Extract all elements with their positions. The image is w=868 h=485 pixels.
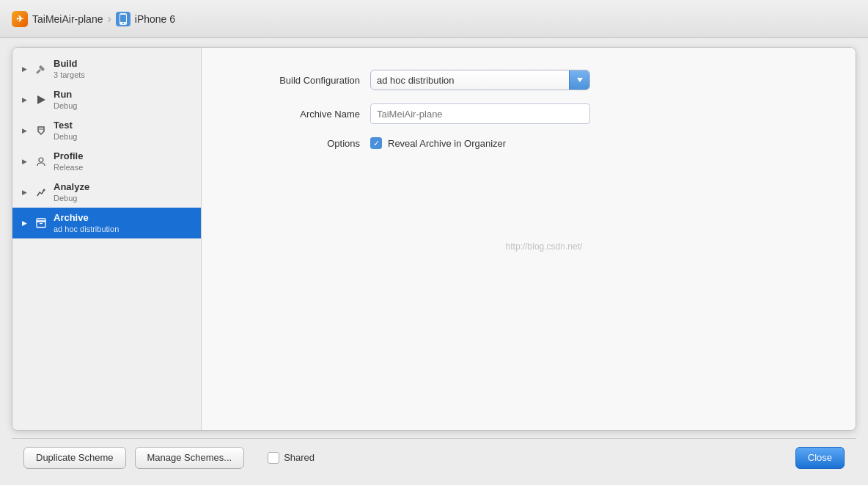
run-subtitle: Debug [54,101,77,111]
profile-title: Profile [54,150,83,163]
main-area: ▶ Build 3 targets ▶ [0,38,868,485]
run-title: Run [54,89,77,101]
archive-subtitle: ad hoc distribution [54,225,119,234]
shared-checkbox[interactable] [268,452,279,464]
test-item-text: Test Debug [54,120,77,142]
build-item-text: Build 3 targets [54,58,85,80]
bottom-left: Duplicate Scheme Manage Schemes... Share… [23,447,795,469]
svg-marker-12 [577,78,583,82]
svg-rect-10 [37,219,45,222]
sidebar-arrow-archive: ▶ [20,219,29,227]
title-bar: ✈ TaiMeiAir-plane › iPhone 6 [0,0,868,38]
build-config-label: Build Configuration [246,75,370,86]
sidebar-item-test[interactable]: ▶ Test Debug [12,115,201,146]
shared-row: Shared [268,452,315,464]
sidebar-arrow-run: ▶ [20,95,29,104]
test-subtitle: Debug [54,132,77,142]
svg-marker-5 [37,95,45,104]
archive-name-row: Archive Name [246,103,812,124]
shared-label: Shared [284,452,315,463]
profile-icon [34,155,48,168]
bottom-right: Close [795,447,845,469]
sidebar-arrow-analyze: ▶ [20,188,29,197]
build-title: Build [54,58,85,70]
reveal-archive-label: Reveal Archive in Organizer [388,138,506,149]
test-icon [34,124,48,137]
svg-point-2 [122,23,124,24]
archive-name-label: Archive Name [246,109,370,120]
sidebar-arrow-build: ▶ [20,65,29,73]
build-config-dropdown[interactable]: ad hoc distribution [370,70,590,90]
hammer-icon [34,62,48,76]
sidebar-item-run[interactable]: ▶ Run Debug [12,84,201,115]
duplicate-scheme-button[interactable]: Duplicate Scheme [23,447,126,469]
dropdown-arrow-button[interactable] [569,70,589,90]
run-item-text: Run Debug [54,89,77,111]
sidebar-arrow-test: ▶ [20,126,29,135]
sidebar-item-build[interactable]: ▶ Build 3 targets [12,54,201,84]
archive-title: Archive [54,212,119,225]
profile-subtitle: Release [54,163,83,172]
analyze-item-text: Analyze Debug [54,181,89,203]
sidebar-arrow-profile: ▶ [20,157,29,166]
dialog: ▶ Build 3 targets ▶ [12,47,856,431]
device-name: iPhone 6 [135,13,175,25]
title-bar-content: ✈ TaiMeiAir-plane › iPhone 6 [12,11,175,27]
content-panel: Build Configuration ad hoc distribution … [202,48,856,430]
options-row: Options ✓ Reveal Archive in Organizer [246,137,812,149]
sidebar-item-analyze[interactable]: ▶ Analyze Debug [12,177,201,208]
archive-name-input[interactable] [370,103,590,124]
sidebar: ▶ Build 3 targets ▶ [12,48,202,430]
build-subtitle: 3 targets [54,70,85,80]
reveal-archive-checkbox[interactable]: ✓ [370,137,382,149]
build-config-value: ad hoc distribution [371,75,569,86]
svg-point-8 [43,189,45,192]
svg-rect-1 [120,15,126,22]
watermark: http://blog.csdn.net/ [506,241,583,251]
manage-schemes-button[interactable]: Manage Schemes... [135,447,245,469]
profile-item-text: Profile Release [54,150,83,172]
device-icon [116,12,130,26]
analyze-icon [34,186,48,199]
app-name: TaiMeiAir-plane [32,13,103,25]
breadcrumb-separator: › [107,12,111,26]
build-config-row: Build Configuration ad hoc distribution [246,70,812,90]
archive-icon [34,216,48,230]
sidebar-item-profile[interactable]: ▶ Profile Release [12,146,201,177]
archive-item-text: Archive ad hoc distribution [54,212,119,234]
analyze-subtitle: Debug [54,194,89,203]
analyze-title: Analyze [54,181,89,194]
options-control: ✓ Reveal Archive in Organizer [370,137,649,149]
svg-point-7 [39,158,43,162]
bottom-bar: Duplicate Scheme Manage Schemes... Share… [12,438,856,476]
archive-name-control [370,103,649,124]
svg-rect-4 [36,69,41,74]
app-icon: ✈ [12,11,28,27]
checkmark-icon: ✓ [373,139,380,148]
build-config-control: ad hoc distribution [370,70,649,90]
close-button[interactable]: Close [795,447,845,469]
run-icon [34,93,48,106]
test-title: Test [54,120,77,132]
sidebar-item-archive[interactable]: ▶ Archive ad hoc distribution [12,208,201,238]
options-label: Options [246,138,370,149]
reveal-archive-row: ✓ Reveal Archive in Organizer [370,137,649,149]
